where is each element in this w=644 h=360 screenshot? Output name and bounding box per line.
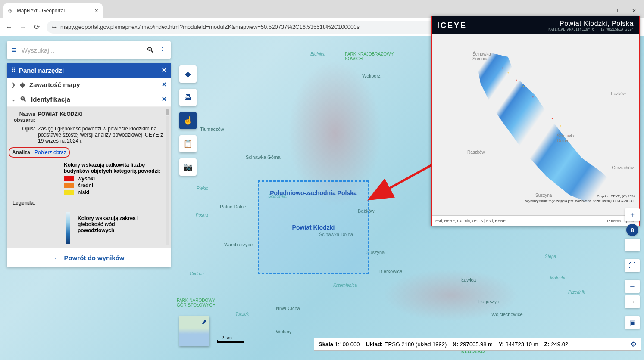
site-info-icon[interactable]: ⊶ — [52, 24, 57, 30]
iceye-label: Raszków — [467, 150, 485, 155]
zoom-controls: ＋ 8 － ⛶ ← → ▣ — [625, 208, 640, 329]
minimap[interactable] — [179, 316, 209, 346]
panel-title: Panel narzędzi — [19, 67, 64, 74]
river-label: Krzemienica — [333, 283, 357, 288]
legend-gradient — [66, 212, 70, 244]
reload-icon[interactable]: ⟳ — [33, 23, 41, 31]
iceye-label: Ścinawka Dolna — [557, 133, 575, 143]
river-label: Przednik — [568, 290, 585, 295]
panel-header: ⠿ Panel narzędzi × — [7, 63, 171, 78]
z-value: 249.02 — [551, 341, 568, 348]
row-label: Identyfikacja — [31, 96, 70, 103]
close-win-icon[interactable]: ✕ — [632, 8, 636, 14]
search-input[interactable]: Wyszukaj... — [22, 47, 147, 54]
iceye-map: Ścinawka Średnia Bożków Ścinawka Dolna R… — [432, 34, 639, 215]
fullscreen-button[interactable]: ⛶ — [625, 259, 640, 272]
menu-icon[interactable]: ≡ — [11, 45, 16, 55]
layers-button[interactable]: ◆ — [179, 65, 197, 83]
map-place-label: PARK KRAJOBRAZOWY SOWICH — [345, 52, 394, 61]
map-place-label: Ratno Dolne — [220, 204, 246, 209]
scale-bar-label: 2 km — [222, 335, 232, 340]
map-place-label: Wambierzyce — [224, 242, 253, 247]
iceye-region: Powiat Kłodzki, Polska — [549, 20, 634, 28]
map-tools-column: ◆ 🖶 ☝ 📋 📷 — [179, 65, 197, 176]
history-back-button[interactable]: ← — [625, 280, 640, 293]
map-place-label: Wolibórz — [362, 73, 381, 78]
river-label: Cedron — [190, 271, 204, 276]
back-icon[interactable]: ← — [5, 23, 13, 31]
selection-title-1: Południowo-zachodnia Polska — [259, 189, 368, 196]
map-place-label: Tłumaczów — [200, 127, 224, 132]
iceye-foot-left: Esri, HERE, Garmin, USGS | Esri, HERE — [435, 219, 506, 223]
panel-back-button[interactable]: ← Powrót do wyników — [7, 248, 171, 267]
print-button[interactable]: 🖶 — [179, 89, 197, 106]
zoom-out-button[interactable]: － — [625, 239, 640, 251]
back-arrow-icon: ← — [53, 254, 59, 261]
y-value: 344723.10 m — [506, 341, 538, 348]
uklad-value: EPSG 2180 (układ 1992) — [385, 341, 447, 348]
iceye-label: Ścinawka Średnia — [472, 52, 491, 61]
label-area: Nazwa obszaru: — [10, 111, 38, 123]
scrollbar-track[interactable] — [166, 116, 169, 245]
iceye-header: ICEYE Powiat Kłodzki, Polska MATERIAL AN… — [432, 16, 639, 34]
forward-icon[interactable]: → — [19, 23, 27, 31]
iceye-logo: ICEYE — [437, 21, 467, 30]
back-label: Powrót do wyników — [64, 254, 124, 261]
status-bar: Skala 1:100 000 Układ: EPSG 2180 (układ … — [314, 338, 641, 351]
map-place-label: Wojciechowice — [491, 312, 523, 317]
selection-rectangle: Południowo-zachodnia Polska Powiat Kłodz… — [258, 180, 369, 274]
tab-favicon: ◔ — [8, 8, 12, 14]
x-label: X: — [453, 341, 458, 348]
close-icon[interactable]: × — [162, 80, 166, 89]
panel-row-layers[interactable]: ❯ ◆ Zawartość mapy × — [7, 78, 171, 92]
map-place-label: Ławica — [461, 277, 476, 282]
river-label: Malucha — [550, 276, 566, 280]
zoom-in-button[interactable]: ＋ — [625, 208, 640, 221]
gear-icon[interactable]: ⚙ — [631, 340, 637, 348]
chevron-right-icon: ❯ — [11, 82, 16, 88]
map-place-label: Wolany — [276, 329, 291, 334]
callout-arrow — [384, 165, 431, 191]
river-label: Posna — [196, 213, 208, 217]
browser-tab[interactable]: ◔ iMapNext - Geoportal × — [3, 3, 103, 18]
map-place-label: Niwa Cicha — [276, 306, 300, 311]
identify-button[interactable]: ☝ — [179, 112, 197, 129]
url-text: mapy.geoportal.gov.pl/imapnext/imap/inde… — [60, 24, 360, 30]
iceye-credits: Zdjęcia: ICEYE, (C) 2024Wykorzystanie te… — [525, 194, 635, 203]
history-forward-button[interactable]: → — [625, 295, 640, 308]
panel-row-identify[interactable]: ⌄ 🔍︎ Identyfikacja × — [7, 92, 171, 107]
iceye-callout-panel: ICEYE Powiat Kłodzki, Polska MATERIAL AN… — [431, 16, 640, 226]
legend-gradient-text: Kolory wskazują zakres i głębokość wód p… — [78, 215, 147, 244]
close-icon[interactable]: × — [162, 95, 166, 104]
search-more-icon[interactable]: ⋮ — [159, 45, 166, 55]
close-icon[interactable]: × — [95, 7, 98, 14]
uklad-label: Układ: — [366, 341, 383, 348]
download-link[interactable]: Pobierz obraz — [34, 149, 66, 155]
clipboard-button[interactable]: 📋 — [179, 135, 197, 152]
scale-bar — [217, 341, 244, 343]
legend-item-high: wysoki — [64, 176, 165, 182]
value-desc: Zasięg i głębokość powodzi w powiecie kł… — [38, 126, 165, 144]
label-legend: Legenda: — [10, 200, 38, 206]
river-label: Piekło — [197, 186, 208, 191]
search-icon: 🔍︎ — [20, 96, 27, 103]
grid-icon: ⠿ — [11, 67, 16, 74]
river-label: Toczek — [235, 312, 249, 317]
tool-panel: ⠿ Panel narzędzi × ❯ ◆ Zawartość mapy × … — [7, 63, 171, 267]
tab-title: iMapNext - Geoportal — [16, 8, 65, 14]
scrollbar-thumb[interactable] — [166, 109, 169, 115]
close-icon[interactable]: × — [162, 66, 166, 75]
map-place-label: Bierkowice — [379, 269, 402, 274]
skala-label: Skala — [319, 341, 333, 348]
iceye-subtitle: MATERIAL ANALITYCZNY 6 | 19 WRZEŚNIA 202… — [549, 28, 634, 31]
min-icon[interactable]: ― — [601, 8, 606, 14]
info-body: Nazwa obszaru: POWIAT KŁODZKI Opis: Zasi… — [7, 107, 171, 248]
river-label: Bielnica — [310, 52, 325, 56]
map-place-label: Ścinawka Górna — [246, 155, 281, 160]
locate-button[interactable]: ▣ — [625, 316, 640, 329]
search-icon[interactable]: 🔍︎ — [147, 46, 154, 55]
max-icon[interactable]: ☐ — [617, 8, 622, 14]
camera-button[interactable]: 📷 — [179, 158, 197, 176]
zoom-level-badge[interactable]: 8 — [626, 224, 638, 236]
download-highlight: Analiza: Pobierz obraz — [9, 147, 70, 158]
